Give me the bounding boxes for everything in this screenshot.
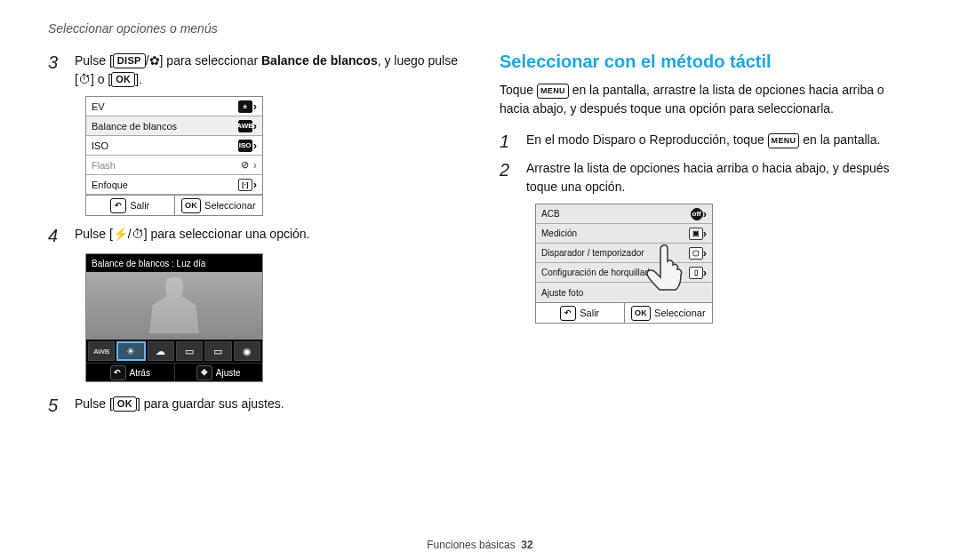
section-heading: Seleccionar con el método táctil [500,52,916,72]
wb-thumbs[interactable]: AWB ☀ ☁ ▭ ▭ ◉ [86,340,262,363]
menu-row-ev[interactable]: EV±› [86,97,262,116]
metering-icon: ▣ [689,228,703,240]
step-number: 2 [500,159,516,180]
menu-row-photoadj[interactable]: Ajuste foto [536,283,712,302]
menu-row-focus[interactable]: Enfoque[·]› [86,175,262,195]
figure-wb-preview: Balance de blancos : Luz día AWB ☀ ☁ ▭ ▭… [85,253,263,382]
menu-row-flash: Flash⊘› [86,156,262,175]
fluorescent-icon: ▭ [185,346,194,357]
footer-back[interactable]: ↶Atrás [86,364,174,381]
footer-back[interactable]: ↶Salir [86,196,174,215]
footer-select[interactable]: OKSeleccionar [174,196,263,215]
back-icon: ↶ [110,198,126,213]
dpad-icon: ✥ [196,365,212,380]
shutter-icon: ▢ [689,247,703,260]
step-4: 4 Pulse [⚡/⏱] para seleccionar una opció… [48,225,464,246]
chevron-right-icon: › [253,119,257,132]
menu-row-wb[interactable]: Balance de blancosAWB› [86,116,262,136]
key-menu: MENU [537,84,569,99]
menu-row-bracket[interactable]: Configuración de horquillado▯› [536,263,712,283]
step-text: Pulse [DISP/✿] para seleccionar Balance … [75,52,464,89]
step-3: 3 Pulse [DISP/✿] para seleccionar Balanc… [48,52,464,89]
wb-option[interactable]: ▭ [176,341,203,361]
chevron-right-icon: › [703,266,707,279]
iso-icon: ISO [238,140,252,152]
chevron-right-icon: › [253,139,257,152]
intro-paragraph: Toque MENU en la pantalla, arrastre la l… [500,81,916,118]
wb-option-selected[interactable]: ☀ [116,341,145,361]
menu-row-meter[interactable]: Medición▣› [536,224,712,244]
menu-row-acb[interactable]: ACBoff› [536,204,712,224]
awb-icon: AWB [238,120,252,132]
key-ok: OK [113,396,137,412]
step-number: 3 [48,52,64,73]
step-number: 5 [48,395,64,416]
sun-icon: ☀ [126,346,135,357]
chevron-right-icon: › [253,178,257,191]
wb-option[interactable]: ▭ [204,341,231,361]
key-disp: DISP [113,53,146,68]
cloud-icon: ☁ [156,346,165,357]
acb-off-icon: off [691,208,703,220]
key-ok: OK [111,72,135,87]
figure-touch-menu: ACBoff› Medición▣› Disparador / temporiz… [535,204,713,324]
step-number: 1 [500,131,516,152]
chevron-right-icon: › [253,100,257,113]
menu-row-shutter[interactable]: Disparador / temporizador▢› [536,244,712,263]
awb-icon: AWB [93,348,109,356]
chevron-right-icon: › [703,246,707,260]
flash-icon: ⚡ [113,227,128,241]
step-5: 5 Pulse [OK] para guardar sus ajustes. [48,395,464,416]
wb-option[interactable]: ◉ [234,341,260,361]
step-number: 4 [48,225,64,246]
ev-icon: ± [238,100,252,113]
chevron-right-icon: › [703,207,707,220]
chevron-right-icon: › [703,227,707,240]
key-menu: MENU [768,133,800,148]
step-2: 2 Arrastre la lista de opciones hacia ar… [500,159,916,196]
fluorescent2-icon: ▭ [213,346,222,357]
timer-icon: ⏱ [78,72,91,86]
step-1: 1 En el modo Disparo o Reproducción, toq… [500,131,916,152]
focus-icon: [·] [238,179,252,191]
wb-option[interactable]: ☁ [148,341,174,361]
menu-row-iso[interactable]: ISOISO› [86,136,262,156]
footer-back[interactable]: ↶Salir [536,303,624,323]
figure-menu-list: EV±› Balance de blancosAWB› ISOISO› Flas… [85,96,263,216]
preview-image [86,272,262,340]
breadcrumb: Seleccionar opciones o menús [48,21,464,36]
back-icon: ↶ [560,306,576,321]
key-ok: OK [631,306,651,321]
back-icon: ↶ [110,365,126,380]
macro-icon: ✿ [149,53,160,68]
chevron-right-icon: › [253,158,257,172]
flash-off-icon: ⊘ [237,159,253,172]
page-footer: Funciones básicas 32 [0,539,960,551]
silhouette-icon [143,277,205,340]
tungsten-icon: ◉ [243,346,252,357]
timer-icon: ⏱ [132,227,144,241]
footer-adjust[interactable]: ✥Ajuste [174,364,263,381]
footer-select[interactable]: OKSeleccionar [624,303,713,323]
preview-title: Balance de blancos : Luz día [86,254,262,272]
bracket-icon: ▯ [689,267,703,279]
key-ok: OK [181,198,201,213]
wb-option[interactable]: AWB [88,341,115,361]
